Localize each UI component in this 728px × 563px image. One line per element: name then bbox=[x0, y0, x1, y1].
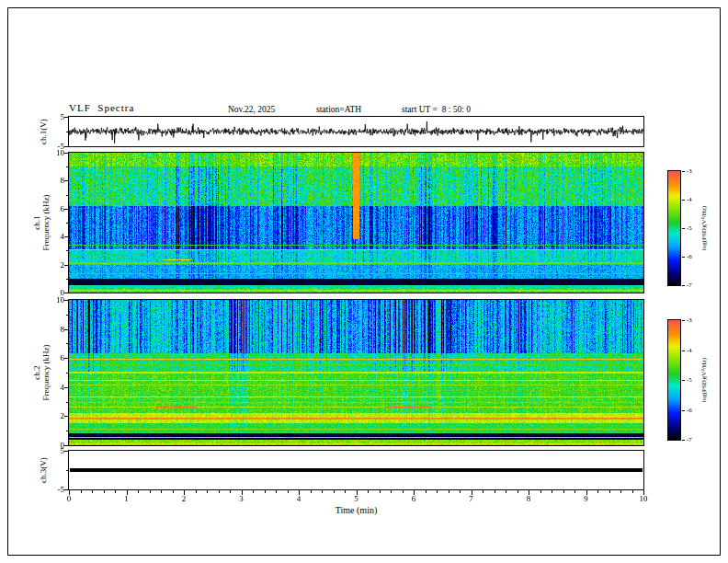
vlf-spectra-figure: VLF Spectra Nov.22, 2025 station=ATH sta… bbox=[0, 0, 728, 563]
y-tick-label: 4 bbox=[42, 232, 64, 241]
y-tick-label: 2 bbox=[42, 260, 64, 270]
y-minor-tick-mark bbox=[66, 470, 68, 471]
colorbar-tick-mark bbox=[682, 285, 685, 286]
x-minor-tick-mark bbox=[104, 490, 105, 493]
y-minor-tick-mark bbox=[66, 223, 68, 224]
y-tick-mark bbox=[64, 300, 68, 301]
y-tick-mark bbox=[64, 236, 68, 237]
x-minor-tick-mark bbox=[483, 490, 483, 493]
y-minor-tick-mark bbox=[66, 250, 68, 251]
x-minor-tick-mark bbox=[115, 490, 116, 493]
y-tick-label: 2 bbox=[42, 411, 64, 420]
x-minor-tick-mark bbox=[92, 490, 93, 493]
y-tick-label: 6 bbox=[42, 353, 64, 362]
x-minor-tick-mark bbox=[196, 490, 197, 493]
x-minor-tick-mark bbox=[276, 490, 277, 493]
colorbar-tick-label: -6 bbox=[687, 253, 692, 260]
x-minor-tick-mark bbox=[138, 490, 139, 493]
colorbar-tick-label: -6 bbox=[687, 407, 692, 414]
y-minor-tick-mark bbox=[66, 132, 68, 132]
x-minor-tick-mark bbox=[620, 490, 621, 493]
x-minor-tick-mark bbox=[518, 490, 518, 493]
y-tick-label: 8 bbox=[42, 325, 64, 334]
y-tick-mark bbox=[64, 416, 68, 417]
y-tick-label: 5 bbox=[42, 112, 64, 121]
colorbar-tick-label: -3 bbox=[687, 167, 692, 175]
x-minor-tick-mark bbox=[311, 490, 312, 493]
y-tick-mark bbox=[64, 358, 68, 359]
x-minor-tick-mark bbox=[334, 490, 335, 493]
axis-annotations: 012345678910024681002468105-55-5-3-4-5-6… bbox=[0, 0, 728, 563]
colorbar-tick-label: -3 bbox=[687, 316, 692, 324]
y-tick-mark bbox=[64, 180, 68, 181]
y-minor-tick-mark bbox=[66, 279, 68, 280]
x-minor-tick-mark bbox=[380, 490, 381, 493]
colorbar-tick-mark bbox=[682, 380, 685, 381]
y-tick-mark bbox=[64, 451, 68, 452]
y-minor-tick-mark bbox=[66, 373, 68, 373]
x-tick-label: 7 bbox=[462, 494, 481, 503]
colorbar-tick-label: -4 bbox=[687, 347, 692, 354]
x-tick-label: 0 bbox=[60, 494, 78, 503]
y-tick-label: 10 bbox=[42, 295, 64, 304]
colorbar-tick-mark bbox=[682, 200, 685, 201]
y-minor-tick-mark bbox=[66, 315, 68, 316]
colorbar-tick-label: -5 bbox=[687, 376, 692, 384]
x-tick-label: 6 bbox=[404, 494, 423, 503]
x-minor-tick-mark bbox=[563, 490, 564, 493]
colorbar-tick-mark bbox=[682, 350, 685, 351]
y-tick-mark bbox=[64, 153, 68, 154]
x-minor-tick-mark bbox=[609, 490, 610, 493]
y-tick-label: 4 bbox=[42, 383, 64, 392]
y-tick-mark bbox=[64, 117, 68, 118]
y-minor-tick-mark bbox=[66, 167, 68, 167]
colorbar-tick-mark bbox=[682, 440, 685, 441]
x-minor-tick-mark bbox=[81, 490, 82, 493]
y-tick-label: 5 bbox=[42, 446, 64, 455]
x-tick-label: 2 bbox=[175, 494, 193, 503]
colorbar-tick-label: -7 bbox=[687, 282, 692, 289]
x-minor-tick-mark bbox=[552, 490, 552, 493]
y-minor-tick-mark bbox=[66, 343, 68, 344]
x-minor-tick-mark bbox=[506, 490, 506, 493]
x-minor-tick-mark bbox=[403, 490, 404, 493]
x-minor-tick-mark bbox=[449, 490, 449, 493]
x-minor-tick-mark bbox=[219, 490, 220, 493]
colorbar-tick-mark bbox=[682, 410, 685, 411]
colorbar-tick-label: -4 bbox=[687, 196, 692, 203]
x-minor-tick-mark bbox=[345, 490, 346, 493]
x-minor-tick-mark bbox=[437, 490, 438, 493]
x-minor-tick-mark bbox=[230, 490, 231, 493]
x-minor-tick-mark bbox=[597, 490, 598, 493]
y-tick-mark bbox=[64, 387, 68, 388]
x-tick-label: 3 bbox=[233, 494, 251, 503]
y-tick-mark bbox=[64, 329, 68, 330]
colorbar-tick-label: -5 bbox=[687, 224, 692, 232]
x-minor-tick-mark bbox=[173, 490, 174, 493]
colorbar-tick-label: -7 bbox=[687, 436, 692, 443]
y-tick-mark bbox=[64, 445, 68, 446]
x-minor-tick-mark bbox=[460, 490, 461, 493]
x-minor-tick-mark bbox=[253, 490, 254, 493]
x-minor-tick-mark bbox=[495, 490, 495, 493]
y-tick-mark bbox=[64, 265, 68, 266]
y-tick-label: 8 bbox=[42, 176, 64, 185]
y-minor-tick-mark bbox=[66, 195, 68, 196]
x-minor-tick-mark bbox=[540, 490, 541, 493]
y-tick-label: 6 bbox=[42, 204, 64, 213]
x-tick-label: 8 bbox=[519, 494, 538, 503]
y-tick-label: -5 bbox=[42, 485, 64, 494]
x-minor-tick-mark bbox=[574, 490, 575, 493]
x-tick-label: 5 bbox=[347, 494, 366, 503]
colorbar-tick-mark bbox=[682, 257, 685, 258]
x-minor-tick-mark bbox=[632, 490, 633, 493]
colorbar-tick-mark bbox=[682, 320, 685, 321]
x-minor-tick-mark bbox=[426, 490, 427, 493]
x-minor-tick-mark bbox=[161, 490, 162, 493]
x-tick-label: 9 bbox=[577, 494, 596, 503]
y-tick-mark bbox=[64, 209, 68, 210]
x-minor-tick-mark bbox=[265, 490, 266, 493]
colorbar-tick-mark bbox=[682, 228, 685, 229]
x-minor-tick-mark bbox=[391, 490, 392, 493]
y-tick-mark bbox=[64, 146, 68, 147]
